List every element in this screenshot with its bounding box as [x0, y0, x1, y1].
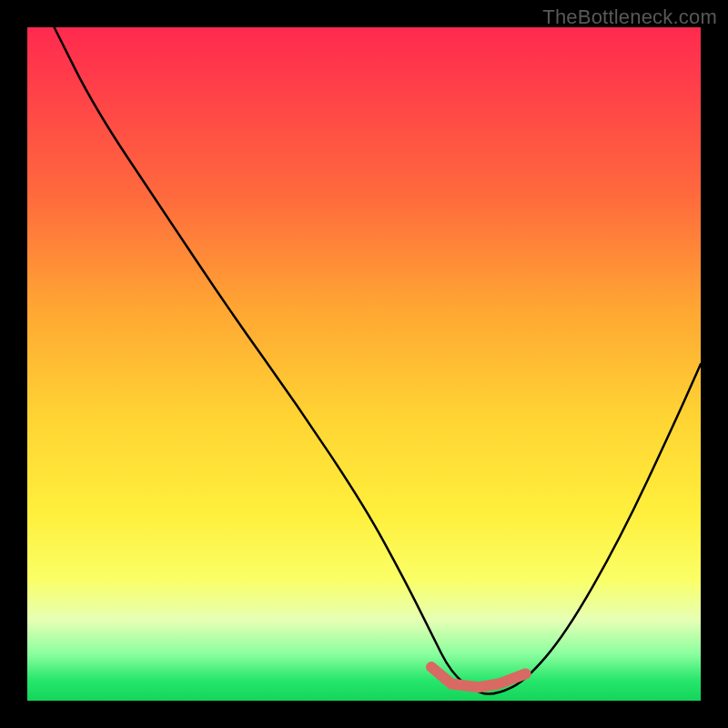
- chart-svg: [27, 27, 701, 701]
- sweet-spot-highlight: [431, 667, 526, 687]
- attribution-text: TheBottleneck.com: [542, 5, 717, 29]
- bottleneck-curve-path: [55, 27, 701, 694]
- chart-frame: TheBottleneck.com: [0, 0, 728, 728]
